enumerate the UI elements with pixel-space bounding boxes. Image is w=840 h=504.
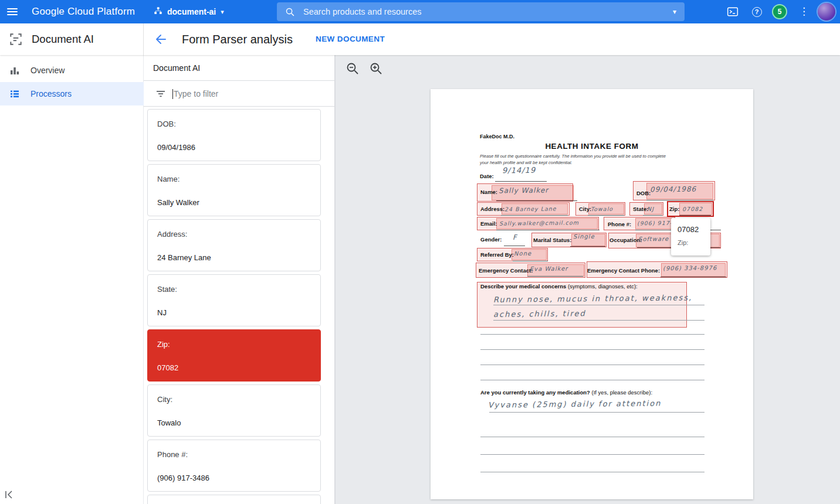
form-value-medication: Vyvanse (25mg) daily for attention [488, 399, 662, 409]
ruled-line [480, 380, 704, 380]
sidebar-item-overview[interactable]: Overview [0, 59, 144, 82]
sidebar-item-label: Overview [31, 66, 65, 75]
form-label-phone: Phone #: [608, 221, 631, 227]
overview-icon [9, 65, 20, 76]
notification-badge[interactable]: 5 [773, 5, 786, 18]
cloud-shell-button[interactable] [726, 5, 739, 18]
ruled-line [480, 454, 704, 455]
field-card-value: 07082 [157, 363, 178, 372]
field-card-partial[interactable] [147, 495, 321, 504]
field-card-phone[interactable]: Phone #: (906) 917-3486 [147, 440, 321, 492]
field-card-dob[interactable]: DOB: 09/04/1986 [147, 109, 321, 161]
filter-input[interactable] [174, 85, 320, 103]
back-button[interactable] [154, 32, 168, 46]
gcp-logo[interactable]: Google Cloud Platform [32, 0, 135, 23]
form-label-concerns: Describe your medical concerns (symptoms… [480, 283, 638, 290]
app-root: Google Cloud Platform document-ai ▾ ▾ ? … [0, 0, 840, 504]
ruled-line [480, 365, 704, 365]
form-label-medication: Are you currently taking any medication?… [480, 389, 652, 396]
avatar[interactable] [818, 3, 835, 21]
more-vert-icon[interactable]: ⋮ [799, 5, 807, 19]
field-card-value: Towalo [157, 418, 181, 427]
form-value-address: 24 Barney Lane [504, 206, 557, 213]
form-label-state: State: [633, 206, 648, 212]
field-card-state[interactable]: State: NJ [147, 274, 321, 326]
medication-label-rest: (If yes, please describe): [590, 389, 652, 396]
document-viewer: FakeDoc M.D. HEALTH INTAKE FORM Please f… [335, 55, 840, 504]
form-label-city: City: [579, 206, 591, 212]
project-selector[interactable]: document-ai ▾ [154, 0, 224, 23]
collapse-left-icon [4, 489, 15, 500]
form-value-referred: None [514, 250, 531, 257]
tooltip-label: Zip: [678, 239, 688, 246]
zoom-out-icon [346, 62, 360, 76]
chevron-down-icon: ▾ [221, 8, 224, 16]
filter-row [144, 81, 335, 107]
field-card-name[interactable]: Name: Sally Walker [147, 164, 321, 216]
field-card-label: Name: [157, 175, 179, 183]
form-value-state: NJ [647, 206, 654, 212]
menu-icon[interactable] [7, 6, 19, 17]
doc-title: HEALTH INTAKE FORM [431, 142, 753, 151]
concerns-label-bold: Describe your medical concerns [480, 283, 566, 290]
page-header: Document AI Form Parser analysis NEW DOC… [0, 23, 840, 55]
form-value-marital: Single [573, 233, 595, 240]
product-title: Document AI [32, 23, 94, 55]
field-line [495, 181, 547, 182]
field-card-label: Zip: [157, 340, 170, 349]
field-card-label: Address: [157, 230, 187, 239]
form-label-occupation: Occupation: [609, 237, 642, 243]
field-line [527, 276, 583, 277]
field-card-value: 09/04/1986 [157, 143, 195, 152]
field-line [661, 277, 726, 277]
gcp-topbar: Google Cloud Platform document-ai ▾ ▾ ? … [0, 0, 840, 23]
terminal-icon [727, 6, 739, 18]
collapse-panel-button[interactable] [4, 489, 16, 502]
search-icon [285, 7, 295, 17]
form-value-city: Towalo [591, 206, 613, 212]
product-header: Document AI [0, 23, 144, 55]
field-line [679, 215, 711, 216]
search-bar: ▾ [277, 2, 685, 21]
help-button[interactable]: ? [750, 5, 763, 18]
field-line [588, 215, 624, 216]
form-label-email: Email: [480, 220, 497, 227]
sidebar-item-processors[interactable]: Processors [0, 82, 144, 105]
form-label-referred: Referred By: [480, 251, 514, 258]
field-line [504, 246, 525, 246]
doc-intro-line1: Please fill out the questionnaire carefu… [480, 154, 666, 159]
field-line [570, 246, 605, 247]
document-page: FakeDoc M.D. HEALTH INTAKE FORM Please f… [431, 89, 753, 499]
sidebar-item-label: Processors [31, 89, 72, 98]
form-label-address: Address: [480, 206, 504, 212]
field-card-value: 24 Barney Lane [157, 253, 211, 262]
form-label-dob: DOB: [636, 190, 651, 196]
field-card-zip[interactable]: Zip: 07082 [147, 329, 321, 382]
field-card-value: (906) 917-3486 [157, 474, 209, 482]
form-label-gender: Gender: [480, 236, 502, 243]
text-cursor [172, 89, 173, 99]
form-label-marital: Marital Status: [533, 237, 571, 243]
search-dropdown-chevron-icon[interactable]: ▾ [673, 8, 676, 16]
field-card-label: State: [157, 285, 177, 294]
zoom-in-button[interactable] [369, 62, 383, 76]
ruled-line [493, 305, 704, 305]
field-card-address[interactable]: Address: 24 Barney Lane [147, 219, 321, 271]
search-input[interactable] [303, 7, 673, 16]
ruled-line [480, 437, 704, 437]
new-document-button[interactable]: NEW DOCUMENT [316, 23, 385, 55]
form-value-zip: 07082 [682, 206, 703, 212]
project-icon [154, 6, 162, 18]
field-card-value: NJ [157, 308, 167, 317]
form-value-name: Sally Walker [499, 186, 548, 195]
project-name: document-ai [167, 7, 216, 16]
form-value-emergency-contact: Eva Walker [530, 265, 568, 273]
form-value-date: 9/14/19 [502, 166, 536, 175]
panel-title-row: Document AI [144, 55, 335, 81]
form-label-zip: Zip: [669, 206, 679, 212]
form-label-date: Date: [480, 173, 494, 179]
field-card-city[interactable]: City: Towalo [147, 384, 321, 437]
form-label-emergency-phone: Emergency Contact Phone: [587, 267, 660, 274]
zoom-out-button[interactable] [346, 62, 360, 76]
filter-icon [155, 88, 166, 99]
